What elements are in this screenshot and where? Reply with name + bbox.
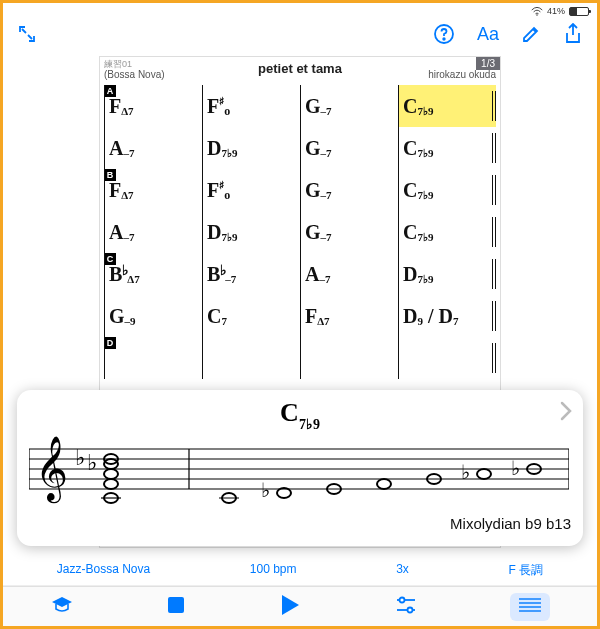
chord-row: A–7D7♭9G–7C7♭9 — [104, 127, 496, 169]
chord-row: G–9C7FΔ7D9 / D7 — [104, 295, 496, 337]
chord-cell[interactable]: C7♭9 — [398, 211, 496, 253]
chord-cell[interactable]: D7♭9 — [202, 127, 300, 169]
svg-point-15 — [104, 469, 118, 479]
chord-cell[interactable] — [202, 337, 300, 379]
playback-key[interactable]: F 長調 — [509, 562, 544, 579]
chord-cell[interactable]: G–7 — [300, 211, 398, 253]
svg-text:♭: ♭ — [75, 445, 85, 470]
play-button[interactable] — [279, 593, 301, 621]
chord-cell[interactable]: A–7 — [104, 211, 202, 253]
song-author: hirokazu okuda — [428, 69, 496, 80]
chord-cell[interactable]: FΔ7 — [300, 295, 398, 337]
staff-view-button[interactable] — [510, 593, 550, 621]
chord-cell[interactable]: C7♭9 — [398, 127, 496, 169]
svg-text:♭: ♭ — [261, 479, 270, 501]
svg-point-16 — [104, 479, 118, 489]
share-button[interactable] — [563, 23, 583, 45]
svg-rect-30 — [168, 597, 184, 613]
scale-notes: ♭ ♭ ♭ — [219, 457, 541, 503]
chord-row: AFΔ7F♯oG–7C7♭9 — [104, 85, 496, 127]
chord-grid: AFΔ7F♯oG–7C7♭9A–7D7♭9G–7C7♭9BFΔ7F♯oG–7C7… — [100, 85, 500, 383]
page-indicator[interactable]: 1/3 — [476, 57, 500, 70]
chord-row: A–7D7♭9G–7C7♭9 — [104, 211, 496, 253]
chord-cell[interactable]: FΔ7 — [104, 85, 202, 127]
bottom-toolbar — [3, 586, 597, 626]
playback-info: Jazz-Bossa Nova 100 bpm 3x F 長調 — [3, 556, 597, 586]
chord-cell[interactable]: D7♭9 — [202, 211, 300, 253]
svg-point-27 — [477, 469, 491, 479]
svg-point-0 — [536, 14, 538, 16]
chord-row: CB♭Δ7B♭–7A–7D7♭9 — [104, 253, 496, 295]
svg-text:♭: ♭ — [461, 461, 470, 483]
chord-cell[interactable]: G–7 — [300, 169, 398, 211]
chord-cell[interactable]: B♭Δ7 — [104, 253, 202, 295]
battery-icon — [569, 7, 589, 16]
chord-cell[interactable] — [398, 337, 496, 379]
svg-point-34 — [407, 607, 412, 612]
svg-point-33 — [399, 597, 404, 602]
battery-percent: 41% — [547, 6, 565, 16]
chord-cell[interactable] — [104, 337, 202, 379]
chord-cell[interactable]: FΔ7 — [104, 169, 202, 211]
chord-cell[interactable]: B♭–7 — [202, 253, 300, 295]
chord-cell[interactable]: C7 — [202, 295, 300, 337]
status-bar: 41% — [3, 3, 597, 17]
help-button[interactable] — [433, 23, 455, 45]
svg-point-24 — [377, 479, 391, 489]
chord-cell[interactable]: G–9 — [104, 295, 202, 337]
chord-cell[interactable]: C7♭9 — [398, 169, 496, 211]
treble-clef-icon: 𝄞 — [35, 436, 68, 504]
chord-row: BFΔ7F♯oG–7C7♭9 — [104, 169, 496, 211]
chord-cell[interactable] — [300, 337, 398, 379]
learn-button[interactable] — [50, 595, 74, 619]
edit-button[interactable] — [521, 24, 541, 44]
mixer-button[interactable] — [395, 595, 417, 619]
font-button[interactable]: Aa — [477, 24, 499, 45]
expand-button[interactable] — [17, 24, 37, 44]
chord-voicing-notes: ♭ — [87, 450, 121, 503]
chord-cell[interactable]: G–7 — [300, 85, 398, 127]
top-toolbar: Aa — [3, 17, 597, 51]
wifi-icon — [531, 7, 543, 16]
chord-cell[interactable]: C7♭9 — [398, 85, 496, 127]
svg-text:♭: ♭ — [87, 450, 97, 475]
chord-cell[interactable]: D7♭9 — [398, 253, 496, 295]
voicing-panel[interactable]: C7♭9 𝄞 ♭ ♭ — [17, 390, 583, 546]
chord-cell[interactable]: F♯o — [202, 169, 300, 211]
chord-cell[interactable]: A–7 — [300, 253, 398, 295]
svg-text:♭: ♭ — [511, 457, 520, 479]
chord-cell[interactable]: A–7 — [104, 127, 202, 169]
voicing-chord-name: C7♭9 — [29, 398, 571, 431]
chevron-right-icon[interactable] — [559, 400, 573, 428]
chord-cell[interactable]: F♯o — [202, 85, 300, 127]
chord-cell[interactable]: G–7 — [300, 127, 398, 169]
scale-name: Mixolydian b9 b13 — [29, 515, 571, 532]
stop-button[interactable] — [167, 596, 185, 618]
sheet-header: 練習01 (Bossa Nova) petiet et tama hirokaz… — [100, 57, 500, 85]
svg-point-2 — [443, 38, 445, 40]
chord-cell[interactable]: D9 / D7 — [398, 295, 496, 337]
staff-display: 𝄞 ♭ ♭ ♭ ♭ ♭ — [29, 435, 571, 513]
playback-style[interactable]: Jazz-Bossa Nova — [57, 562, 150, 579]
playback-repeats[interactable]: 3x — [396, 562, 409, 579]
playback-tempo[interactable]: 100 bpm — [250, 562, 297, 579]
chord-row: D — [104, 337, 496, 379]
